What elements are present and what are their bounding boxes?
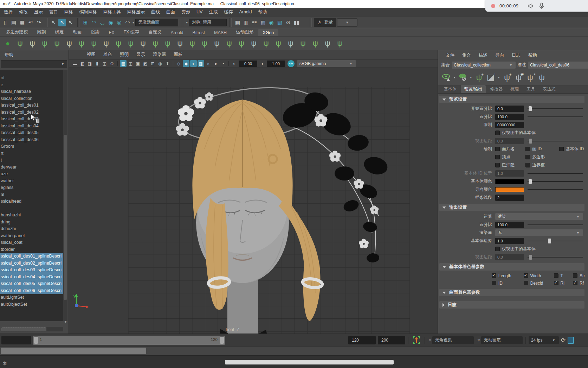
outliner-item[interactable]: ssical_collection — [0, 95, 63, 102]
shelf-tab-自定义[interactable]: 自定义 — [144, 28, 166, 36]
outliner-item[interactable]: t — [0, 157, 63, 164]
xgen-groom-smooth-icon[interactable]: ψ — [286, 38, 296, 49]
viewport-menu-渲染器[interactable]: 渲染器 — [150, 52, 169, 58]
xgen-interactive-groom-icon[interactable]: ψ — [175, 38, 185, 49]
xgen-tab-表达式[interactable]: 表达式 — [539, 85, 559, 93]
checkbox[interactable] — [495, 147, 500, 151]
bookmarks-icon[interactable]: ▮ — [94, 60, 101, 67]
value-dropdown[interactable]: 渲染▼ — [495, 213, 583, 220]
xgen-patches-icon[interactable]: ψ — [101, 38, 111, 49]
checkbox[interactable] — [495, 155, 500, 159]
slider-thumb[interactable] — [529, 139, 532, 144]
outliner-item[interactable]: ssical_hairbase — [0, 88, 63, 95]
value-field[interactable]: 100.0 — [495, 114, 524, 120]
outliner-item[interactable]: Groom — [0, 143, 63, 150]
new-scene-icon[interactable]: ▯ — [1, 19, 9, 26]
outliner-item[interactable]: ssical_coll_des01_splineDescri — [0, 253, 63, 260]
description-dropdown[interactable]: Classical_coll_des06 — [528, 62, 588, 69]
textured-display-icon[interactable]: ◐ — [190, 60, 197, 67]
menu-item-网格显示[interactable]: 网格显示 — [124, 9, 148, 15]
range-slider-thumb[interactable] — [1, 348, 146, 354]
field-chart-icon[interactable]: ⊞ — [149, 60, 156, 67]
slider[interactable] — [528, 238, 583, 244]
shelf-tab-XGen[interactable]: XGen — [258, 29, 278, 36]
current-frame-field[interactable] — [1, 336, 31, 344]
time-slider[interactable]: 1 120 — [33, 336, 225, 345]
chevron-down-icon[interactable]: ▽ — [477, 338, 481, 342]
xgen-groom-width-icon[interactable]: ψ — [261, 38, 271, 49]
checkbox[interactable] — [525, 155, 530, 159]
xgen-menu-帮助[interactable]: 帮助 — [525, 52, 540, 58]
set-key-icon[interactable]: + — [413, 336, 420, 344]
render-settings-icon[interactable]: ▨ — [259, 19, 267, 26]
menu-item-UV[interactable]: UV — [193, 9, 206, 14]
xgen-guide-anchor-icon[interactable]: ψ — [64, 38, 74, 49]
gamma-field[interactable]: 1.00 — [267, 61, 285, 67]
outliner-item[interactable]: eglass — [0, 184, 63, 191]
chevron-down-icon[interactable]: ▾ — [453, 76, 457, 79]
scrollbar-thumb[interactable] — [64, 135, 67, 300]
snap-to-curve-icon[interactable]: ◠ — [90, 19, 98, 26]
menu-item-变形[interactable]: 变形 — [178, 9, 193, 15]
xgen-groom-cut-icon[interactable]: ψ — [237, 38, 246, 49]
scrollbar-thumb[interactable] — [1, 327, 46, 331]
shelf-tab-MASH[interactable]: MASH — [209, 29, 231, 36]
outliner-item[interactable]: aultLightSet — [0, 294, 63, 301]
xgen-create-description-icon[interactable]: ψ — [15, 38, 25, 49]
xgen-guide-eye-icon[interactable]: ψ — [52, 38, 62, 49]
checkbox[interactable] — [554, 273, 558, 278]
outliner-item[interactable]: dring — [0, 219, 63, 226]
slider-thumb[interactable] — [548, 239, 551, 243]
select-camera-icon[interactable]: ▬ — [72, 60, 78, 67]
range-start-handle[interactable] — [34, 336, 38, 344]
outliner-horizontal-scrollbar[interactable] — [1, 327, 63, 331]
checkbox[interactable] — [559, 147, 564, 151]
login-button[interactable]: ♙ 登录 — [314, 18, 336, 27]
shadows-icon[interactable]: ● — [212, 60, 219, 67]
outliner-item[interactable]: lassical_coll_des05 — [0, 129, 63, 137]
color-swatch[interactable] — [495, 187, 524, 192]
outliner-item[interactable]: dshuzhi — [0, 226, 63, 233]
checkbox[interactable] — [495, 163, 500, 167]
outliner-item[interactable]: lassical_coll_des06 — [0, 137, 63, 144]
value-field[interactable]: 0.0 — [495, 106, 524, 112]
xgen-tab-基本体[interactable]: 基本体 — [440, 85, 460, 93]
preview-refresh-icon[interactable] — [458, 72, 468, 83]
outliner-vertical-scrollbar[interactable] — [63, 70, 67, 321]
anim-layer-dropdown[interactable]: 无动画层 — [481, 336, 523, 344]
camera-attributes-icon[interactable]: ◨ — [86, 60, 93, 67]
save-scene-icon[interactable]: ▦ — [18, 19, 26, 26]
active-surface-field[interactable]: 无激活曲面 — [135, 19, 178, 26]
outliner-item[interactable]: ssical_coll_des04_splineDescri — [0, 274, 63, 281]
lock-camera-icon[interactable]: ◧ — [79, 60, 86, 67]
lighting-icon[interactable]: ☼ — [205, 60, 212, 67]
viewport-menu-视图[interactable]: 视图 — [84, 52, 98, 58]
color-management-on-badge[interactable]: ON — [287, 60, 295, 67]
range-slider-row[interactable] — [0, 346, 588, 355]
slider[interactable] — [528, 179, 583, 184]
menu-item-网格工具[interactable]: 网格工具 — [100, 9, 124, 15]
shelf-tab-绑定[interactable]: 绑定 — [51, 28, 69, 36]
menu-item-修改[interactable]: 修改 — [16, 9, 31, 15]
outliner-item[interactable]: wather — [0, 178, 63, 185]
checkbox[interactable] — [525, 147, 530, 151]
render-view-icon[interactable]: ▦ — [234, 19, 241, 26]
slider[interactable] — [528, 187, 583, 192]
outliner-help-menu[interactable]: 帮助 — [5, 52, 13, 58]
scroll-down-icon[interactable]: ▼ — [64, 320, 67, 324]
slider[interactable] — [528, 222, 583, 228]
section-header-surface-shader[interactable]: 曲面着色器参数 — [439, 289, 584, 296]
wireframe-display-icon[interactable]: ◇ — [175, 60, 182, 67]
checkbox[interactable] — [554, 281, 558, 285]
symmetry-dropdown[interactable]: 对称: 禁用 — [189, 19, 227, 26]
slider-thumb[interactable] — [529, 255, 532, 260]
color-swatch[interactable] — [495, 179, 524, 184]
exposure-field[interactable]: 0.00 — [239, 61, 257, 67]
color-space-dropdown[interactable]: sRGB gamma ▼ — [297, 60, 356, 67]
checkbox[interactable] — [495, 131, 500, 135]
ipr-render-icon[interactable]: IPR — [251, 19, 258, 26]
outliner-item[interactable]: banshuzhi — [0, 212, 63, 219]
snap-to-point-icon[interactable]: ◡ — [98, 19, 106, 26]
xgen-menu-描述[interactable]: 描述 — [476, 52, 491, 58]
outliner-item[interactable]: ssicalhead — [0, 198, 63, 205]
